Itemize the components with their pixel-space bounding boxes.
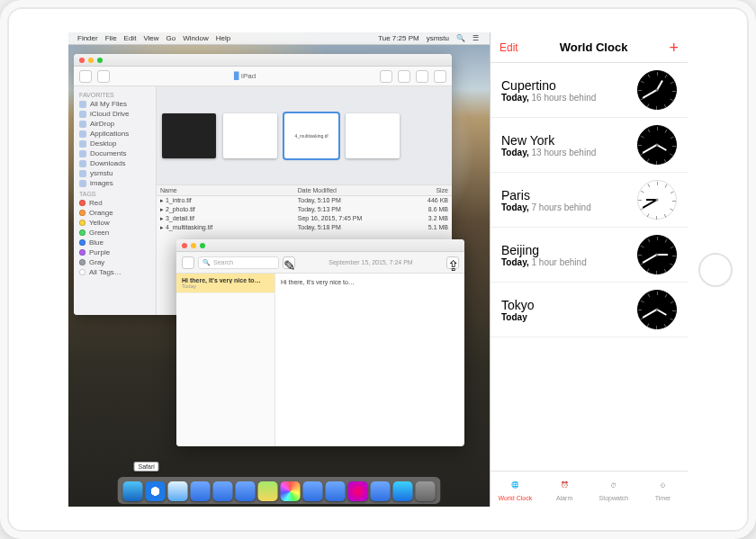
sidebar-item[interactable]: All My Files xyxy=(74,99,156,109)
window-chrome[interactable] xyxy=(74,54,452,67)
zoom-button[interactable] xyxy=(97,58,103,63)
dock-mail-icon[interactable] xyxy=(168,481,188,501)
menubar-item[interactable]: Window xyxy=(183,34,208,42)
dock-facetime-icon[interactable] xyxy=(326,481,346,501)
tab-alarm[interactable]: ⏰Alarm xyxy=(540,472,590,507)
thumbnail[interactable] xyxy=(346,113,400,158)
menubar-user[interactable]: ysmstu xyxy=(427,34,449,42)
file-row[interactable]: ▸ 1_intro.tifToday, 5:10 PM446 KB xyxy=(157,196,452,205)
tab-timer[interactable]: ⏲Timer xyxy=(638,472,688,507)
view-button[interactable] xyxy=(380,70,392,83)
dock-finder-icon[interactable] xyxy=(123,481,143,501)
window-chrome[interactable] xyxy=(176,239,464,252)
sidebar-item[interactable]: Desktop xyxy=(74,139,156,148)
file-row[interactable]: ▸ 4_multitasking.tifToday, 5:18 PM5.1 MB xyxy=(157,223,452,232)
sidebar-item[interactable]: ysmstu xyxy=(74,168,156,178)
search-input[interactable]: 🔍 Search xyxy=(198,256,279,269)
finder-toolbar[interactable]: ▉ iPad xyxy=(74,67,452,86)
sidebar-tag-item[interactable]: Blue xyxy=(74,238,156,247)
dock-messages-icon[interactable] xyxy=(303,481,323,501)
clock-row[interactable]: CupertinoToday, 16 hours behind xyxy=(490,63,688,118)
sidebar-tag-item[interactable]: Red xyxy=(74,198,156,208)
close-button[interactable] xyxy=(182,243,187,248)
add-button[interactable]: + xyxy=(669,40,679,56)
dock-maps-icon[interactable] xyxy=(258,481,278,501)
forward-button[interactable] xyxy=(97,70,110,83)
tab-bar[interactable]: 🌐World Clock⏰Alarm⏱Stopwatch⏲Timer xyxy=(490,471,688,507)
share-button[interactable] xyxy=(416,70,428,83)
sidebar-item[interactable]: iCloud Drive xyxy=(74,109,156,119)
clock-row[interactable]: New YorkToday, 13 hours behind xyxy=(490,118,688,173)
note-list-item[interactable]: Hi there, It's very nice to… Today xyxy=(176,274,274,293)
notes-window[interactable]: 🔍 Search ✎ September 15, 2015, 7:24 PM ⇪… xyxy=(176,239,464,446)
dock-contacts-icon[interactable] xyxy=(191,481,211,501)
sidebar-tag-item[interactable]: Purple xyxy=(74,247,156,257)
sidebar-item[interactable]: images xyxy=(74,178,156,188)
clock-list[interactable]: CupertinoToday, 16 hours behindNew YorkT… xyxy=(490,63,688,471)
col-size[interactable]: Size xyxy=(412,187,448,193)
sidebar-tag-item[interactable]: All Tags… xyxy=(74,267,156,277)
clock-row[interactable]: ParisToday, 7 hours behind xyxy=(490,173,688,228)
menubar[interactable]: Finder File Edit View Go Window Help Tue… xyxy=(68,32,490,45)
sidebar-item[interactable]: Documents xyxy=(74,148,156,158)
menubar-item[interactable]: Finder xyxy=(77,34,98,42)
menubar-item[interactable]: File xyxy=(105,34,117,42)
file-row[interactable]: ▸ 2_photo.tifToday, 5:13 PM8.6 MB xyxy=(157,205,452,214)
dock[interactable]: Safari xyxy=(118,477,441,504)
gallery-preview[interactable]: 4_multitasking.tif xyxy=(157,86,452,185)
menubar-clock[interactable]: Tue 7:25 PM xyxy=(378,34,419,42)
menubar-item[interactable]: Help xyxy=(216,34,230,42)
sidebar-tag-item[interactable]: Yellow xyxy=(74,218,156,228)
dock-photos-icon[interactable] xyxy=(281,481,301,501)
spotlight-icon[interactable]: 🔍 xyxy=(456,34,465,42)
menubar-item[interactable]: Go xyxy=(166,34,176,42)
share-button[interactable]: ⇪ xyxy=(446,256,459,269)
col-date[interactable]: Date Modified xyxy=(298,187,412,193)
traffic-lights[interactable] xyxy=(182,243,205,248)
minimize-button[interactable] xyxy=(191,243,196,248)
thumbnail[interactable] xyxy=(162,113,216,158)
sidebar-item[interactable]: Applications xyxy=(74,129,156,139)
file-row[interactable]: ▸ 3_detail.tifSep 16, 2015, 7:45 PM3.2 M… xyxy=(157,214,452,223)
close-button[interactable] xyxy=(79,58,85,63)
finder-sidebar[interactable]: Favorites All My FilesiCloud DriveAirDro… xyxy=(74,86,157,315)
list-header[interactable]: Name Date Modified Size xyxy=(157,185,452,196)
clock-row[interactable]: TokyoToday xyxy=(490,283,688,337)
tags-button[interactable] xyxy=(434,70,446,83)
list-toggle-button[interactable] xyxy=(182,256,194,269)
dock-sysprefs-icon[interactable] xyxy=(416,481,436,501)
back-button[interactable] xyxy=(79,70,92,83)
sidebar-item[interactable]: AirDrop xyxy=(74,119,156,129)
clock-face-icon xyxy=(637,290,677,329)
sidebar-tag-item[interactable]: Orange xyxy=(74,208,156,218)
edit-button[interactable]: Edit xyxy=(500,41,518,54)
notes-list[interactable]: Hi there, It's very nice to… Today xyxy=(176,274,275,446)
dock-safari-icon[interactable] xyxy=(146,481,166,501)
dock-appstore-icon[interactable] xyxy=(393,481,413,501)
dock-notes-icon[interactable] xyxy=(236,481,256,501)
menubar-item[interactable]: Edit xyxy=(124,34,137,42)
ipad-home-button[interactable] xyxy=(698,253,733,287)
sidebar-item[interactable]: Downloads xyxy=(74,158,156,168)
zoom-button[interactable] xyxy=(200,243,205,248)
thumbnail-selected[interactable]: 4_multitasking.tif xyxy=(284,113,338,158)
tab-globe[interactable]: 🌐World Clock xyxy=(490,472,540,507)
dock-itunes-icon[interactable] xyxy=(348,481,368,501)
notes-toolbar[interactable]: 🔍 Search ✎ September 15, 2015, 7:24 PM ⇪ xyxy=(176,252,464,274)
minimize-button[interactable] xyxy=(88,58,94,63)
arrange-button[interactable] xyxy=(398,70,410,83)
notes-editor[interactable]: Hi there, It's very nice to… xyxy=(275,274,464,446)
traffic-lights[interactable] xyxy=(79,58,103,63)
dock-calendar-icon[interactable] xyxy=(213,481,233,501)
clock-row[interactable]: BeijingToday, 1 hour behind xyxy=(490,228,688,283)
notification-center-icon[interactable]: ☰ xyxy=(472,34,479,42)
compose-button[interactable]: ✎ xyxy=(283,256,295,269)
col-name[interactable]: Name xyxy=(160,187,298,193)
sidebar-tag-item[interactable]: Green xyxy=(74,228,156,238)
menubar-item[interactable]: View xyxy=(143,34,158,42)
sidebar-section-label: Tags xyxy=(74,188,156,198)
dock-ibooks-icon[interactable] xyxy=(371,481,391,501)
sidebar-tag-item[interactable]: Gray xyxy=(74,257,156,267)
thumbnail[interactable] xyxy=(223,113,277,158)
tab-stopwatch[interactable]: ⏱Stopwatch xyxy=(590,472,639,507)
